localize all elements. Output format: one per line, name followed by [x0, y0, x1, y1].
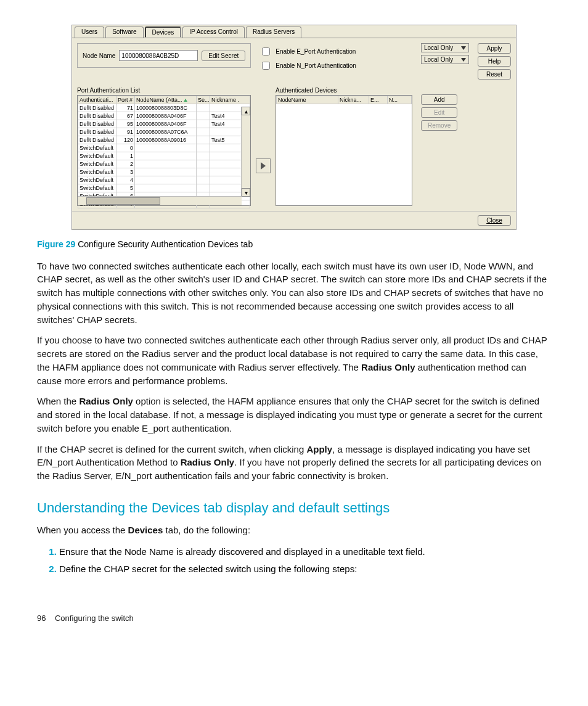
scroll-up-icon[interactable]: ▴	[242, 107, 250, 115]
tab-bar: Users Software Devices IP Access Control…	[72, 25, 516, 38]
scroll-down-icon[interactable]: ▾	[242, 188, 250, 197]
nport-label: Enable N_Port Authentication	[276, 62, 356, 69]
page-footer: 96 Configuring the switch	[37, 614, 551, 623]
tab-ip-access[interactable]: IP Access Control	[182, 27, 245, 38]
figure-number: Figure 29	[37, 239, 75, 249]
col-nodename[interactable]: NodeName (Atta...	[135, 96, 197, 104]
tab-radius[interactable]: Radius Servers	[246, 27, 301, 38]
horizontal-scrollbar[interactable]	[78, 196, 242, 205]
chevron-down-icon	[461, 46, 466, 50]
eport-checkbox[interactable]	[262, 47, 270, 55]
tab-devices[interactable]: Devices	[145, 27, 182, 38]
auth-devices-list[interactable]: NodeName Nickna... E... N...	[276, 95, 412, 206]
col-nick[interactable]: Nickname .	[210, 96, 250, 104]
table-row[interactable]: SwitchDefault1	[78, 152, 250, 160]
table-row[interactable]: SwitchDefault4	[78, 176, 250, 184]
col-auth[interactable]: Authenticati...	[78, 96, 116, 104]
sort-asc-icon	[184, 99, 187, 102]
table-row[interactable]: SwitchDefault3	[78, 168, 250, 176]
step-1: Ensure that the Node Name is already dis…	[59, 544, 551, 559]
node-name-group: Node Name Edit Secret	[77, 43, 251, 68]
eport-scope-dropdown[interactable]: Local Only	[421, 43, 469, 52]
arrow-right-icon	[261, 162, 266, 170]
tab-users[interactable]: Users	[75, 27, 104, 38]
col-ad-n[interactable]: N...	[388, 96, 412, 104]
node-name-field	[119, 50, 198, 61]
table-row[interactable]: SwitchDefault2	[78, 160, 250, 168]
table-row[interactable]: Deflt Disabled711000080088803D8C	[78, 104, 250, 112]
paragraph-2: If you choose to have two connected swit…	[37, 334, 551, 387]
close-button[interactable]: Close	[478, 215, 511, 226]
col-se[interactable]: Se...	[197, 96, 210, 104]
table-row[interactable]: Deflt Disabled951000080088A0406FTest4	[78, 120, 250, 128]
node-name-label: Node Name	[83, 52, 115, 59]
paragraph-4: If the CHAP secret is defined for the cu…	[37, 443, 551, 483]
port-auth-list-title: Port Authentication List	[77, 87, 251, 94]
table-row[interactable]: Deflt Disabled1201000080088A09016Test5	[78, 136, 250, 144]
figure-caption-text: Configure Security Authentication Device…	[75, 239, 253, 249]
port-auth-list[interactable]: Authenticati... Port # NodeName (Atta...…	[77, 95, 251, 206]
remove-button: Remove	[421, 120, 457, 131]
nport-scope-dropdown[interactable]: Local Only	[421, 55, 469, 64]
step-2: Define the CHAP secret for the selected …	[59, 562, 551, 577]
section-heading: Understanding the Devices tab display an…	[37, 500, 551, 516]
eport-scope-value: Local Only	[424, 44, 453, 51]
edit-secret-button[interactable]: Edit Secret	[202, 51, 245, 61]
eport-label: Enable E_Port Authentication	[276, 48, 356, 55]
table-row[interactable]: SwitchDefault5	[78, 184, 250, 192]
help-button[interactable]: Help	[478, 56, 511, 67]
paragraph-3: When the Radius Only option is selected,…	[37, 395, 551, 435]
edit-button: Edit	[421, 107, 457, 118]
paragraph-1: To have two connected switches authentic…	[37, 260, 551, 327]
nport-scope-value: Local Only	[424, 56, 453, 63]
tab-software[interactable]: Software	[105, 27, 143, 38]
auth-devices-title: Authenticated Devices	[276, 87, 412, 94]
devices-intro: When you access the Devices tab, do the …	[37, 523, 551, 537]
vertical-scrollbar[interactable]: ▴ ▾	[241, 107, 250, 197]
col-ad-e[interactable]: E...	[369, 96, 388, 104]
col-ad-nick[interactable]: Nickna...	[338, 96, 369, 104]
security-dialog: Users Software Devices IP Access Control…	[71, 25, 517, 230]
add-button[interactable]: Add	[421, 94, 457, 105]
chevron-down-icon	[461, 58, 466, 62]
reset-button[interactable]: Reset	[478, 69, 511, 80]
footer-title: Configuring the switch	[55, 614, 134, 623]
col-ad-nodename[interactable]: NodeName	[277, 96, 338, 104]
figure-caption: Figure 29 Configure Security Authenticat…	[37, 239, 551, 251]
apply-button[interactable]: Apply	[478, 43, 511, 54]
move-right-button[interactable]	[256, 158, 271, 173]
steps-list: Ensure that the Node Name is already dis…	[37, 544, 551, 577]
table-row[interactable]: SwitchDefault0	[78, 144, 250, 152]
col-port[interactable]: Port #	[116, 96, 135, 104]
page-number: 96	[37, 614, 46, 623]
table-row[interactable]: Deflt Disabled911000080088A07C6A	[78, 128, 250, 136]
nport-checkbox[interactable]	[262, 62, 270, 70]
table-row[interactable]: Deflt Disabled671000080088A0406FTest4	[78, 112, 250, 120]
